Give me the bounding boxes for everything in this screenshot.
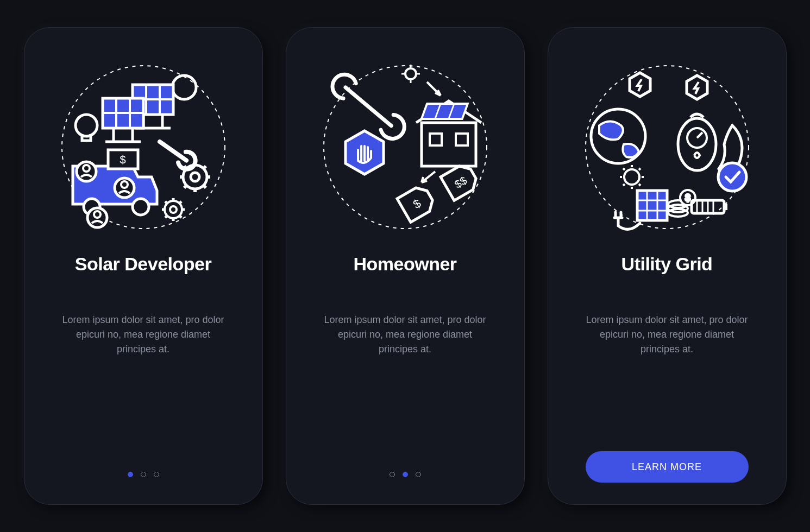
step-dot-1[interactable] <box>390 472 395 477</box>
svg-point-27 <box>183 165 207 189</box>
svg-line-36 <box>204 166 206 168</box>
utility-grid-illustration: $ <box>575 55 759 239</box>
svg-line-33 <box>184 166 186 168</box>
svg-rect-73 <box>637 191 667 220</box>
card-description: Lorem ipsum dolor sit amet, pro dolor ep… <box>318 313 492 357</box>
svg-line-69 <box>623 168 625 170</box>
svg-point-92 <box>718 163 746 191</box>
card-title: Solar Developer <box>75 254 211 275</box>
svg-line-45 <box>165 216 167 218</box>
svg-line-44 <box>179 216 181 218</box>
svg-point-83 <box>678 118 716 170</box>
svg-text:$$: $$ <box>452 174 468 191</box>
svg-rect-87 <box>724 204 727 210</box>
homeowner-illustration: $$ $ <box>313 55 498 239</box>
svg-text:$: $ <box>411 197 423 212</box>
svg-line-72 <box>639 168 641 170</box>
svg-point-48 <box>405 68 416 79</box>
svg-line-70 <box>639 184 641 186</box>
svg-point-28 <box>191 173 199 181</box>
svg-rect-54 <box>421 104 467 119</box>
svg-point-1 <box>172 75 196 99</box>
svg-point-64 <box>624 169 639 185</box>
svg-text:$: $ <box>120 154 125 166</box>
solar-developer-illustration: $ <box>51 55 236 239</box>
svg-line-59 <box>346 87 391 126</box>
step-dot-1[interactable] <box>128 472 133 477</box>
step-dot-2[interactable] <box>141 472 146 477</box>
svg-line-46 <box>179 201 181 204</box>
svg-rect-57 <box>430 134 442 145</box>
onboarding-card-utility-grid: $ Utili <box>548 27 787 505</box>
card-description: Lorem ipsum dolor sit amet, pro dolor ep… <box>580 313 754 357</box>
card-title: Utility Grid <box>621 254 713 275</box>
svg-line-34 <box>204 186 206 188</box>
card-title: Homeowner <box>353 254 456 275</box>
step-indicator <box>128 472 159 477</box>
svg-line-71 <box>623 184 625 186</box>
svg-point-16 <box>76 115 97 136</box>
svg-line-35 <box>184 186 186 188</box>
card-description: Lorem ipsum dolor sit amet, pro dolor ep… <box>56 313 230 357</box>
svg-rect-58 <box>456 134 468 145</box>
svg-point-18 <box>133 199 149 215</box>
svg-line-43 <box>165 201 167 204</box>
step-dot-3[interactable] <box>416 472 421 477</box>
learn-more-button[interactable]: LEARN MORE <box>586 451 749 483</box>
onboarding-card-solar-developer: $ Solar Developer Lorem ipsum dolor sit … <box>24 27 263 505</box>
onboarding-card-homeowner: $$ $ Homeowner Lorem ipsum dolor sit ame… <box>286 27 525 505</box>
step-dot-3[interactable] <box>154 472 159 477</box>
step-indicator <box>390 472 421 477</box>
svg-point-38 <box>170 206 177 213</box>
svg-text:$: $ <box>685 193 690 202</box>
step-dot-2[interactable] <box>403 472 408 477</box>
